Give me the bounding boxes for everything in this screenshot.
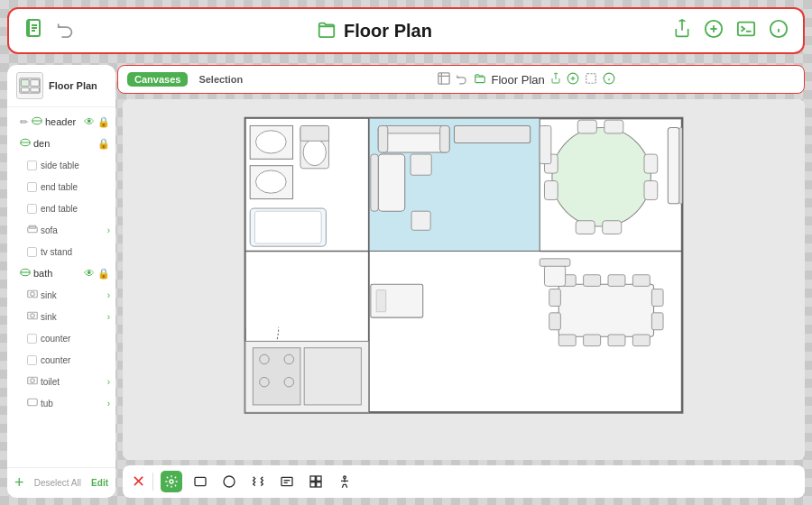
chevron-icon-toilet[interactable]: ›: [107, 377, 110, 387]
sec-grid-icon[interactable]: [438, 72, 450, 87]
chevron-icon-sofa[interactable]: ›: [107, 225, 110, 235]
layer-side-table[interactable]: side table: [7, 154, 115, 176]
undo-icon[interactable]: [56, 19, 76, 43]
svg-rect-27: [31, 79, 40, 86]
svg-rect-116: [310, 482, 315, 487]
svg-rect-87: [632, 335, 650, 346]
svg-rect-29: [31, 87, 40, 92]
svg-point-66: [303, 139, 326, 165]
edit-button[interactable]: Edit: [91, 478, 108, 488]
layer-tv-stand[interactable]: tv stand: [7, 241, 115, 262]
sec-undo-icon[interactable]: [456, 72, 468, 87]
svg-rect-79: [558, 284, 653, 336]
checkbox-end-table-2[interactable]: [27, 204, 37, 214]
svg-rect-99: [576, 221, 595, 234]
settings-tool-icon[interactable]: [161, 471, 182, 492]
layer-counter-2-label: counter: [41, 355, 70, 365]
svg-rect-94: [604, 120, 623, 133]
add-layer-button[interactable]: +: [14, 473, 24, 492]
sec-title: Floor Plan: [492, 73, 545, 87]
chevron-icon-sink-2[interactable]: ›: [107, 312, 110, 322]
shape-icon-sink-2: [27, 311, 38, 322]
layer-den-label: den: [33, 138, 50, 149]
pencil-icon: ✏: [20, 116, 28, 128]
layer-counter-1[interactable]: counter: [7, 327, 115, 349]
svg-rect-72: [378, 125, 388, 152]
svg-rect-84: [558, 335, 576, 346]
svg-rect-114: [310, 476, 315, 481]
svg-point-108: [170, 480, 173, 483]
sec-share-icon[interactable]: [550, 72, 561, 87]
group-icon-header: [32, 115, 42, 129]
share-icon[interactable]: [673, 19, 691, 43]
lock-icon-bath[interactable]: 🔒: [97, 268, 110, 280]
cancel-icon[interactable]: ✕: [132, 472, 145, 491]
svg-point-110: [224, 476, 235, 487]
svg-point-43: [31, 379, 35, 383]
grid-tool-icon[interactable]: [305, 471, 327, 492]
layer-counter-2[interactable]: counter: [7, 349, 115, 371]
panel-header: Floor Plan: [7, 65, 115, 107]
checkbox-side-table[interactable]: [27, 161, 37, 170]
text-tool-icon[interactable]: [276, 471, 298, 492]
svg-rect-102: [540, 259, 570, 266]
svg-point-118: [344, 476, 346, 479]
svg-rect-55: [253, 348, 300, 405]
checkbox-tv-stand[interactable]: [27, 247, 37, 257]
svg-rect-100: [603, 221, 622, 234]
top-toolbar: Floor Plan: [7, 7, 805, 54]
checkbox-counter-1[interactable]: [27, 334, 37, 344]
checkbox-counter-2[interactable]: [27, 355, 37, 365]
sec-info-icon[interactable]: [603, 72, 615, 87]
document-icon[interactable]: [23, 18, 45, 44]
canvas-content[interactable]: [123, 99, 805, 460]
tab-canvases[interactable]: Canvases: [127, 72, 188, 87]
checkbox-end-table-1[interactable]: [27, 182, 37, 192]
rectangle-tool-icon[interactable]: [189, 471, 211, 492]
group-icon-den: [20, 137, 31, 151]
lasso-tool-icon[interactable]: [247, 471, 269, 492]
layer-tub[interactable]: tub ›: [7, 392, 115, 414]
tab-selection[interactable]: Selection: [191, 72, 250, 87]
lock-icon-header[interactable]: 🔒: [97, 116, 110, 128]
sec-add-icon[interactable]: [567, 72, 579, 87]
canvas-thumbnail: [16, 72, 43, 99]
circle-tool-icon[interactable]: [218, 471, 240, 492]
layer-sink-1[interactable]: sink ›: [7, 284, 115, 306]
chevron-icon-sink-1[interactable]: ›: [107, 290, 110, 300]
layer-header[interactable]: ✏ header 👁 🔒: [7, 111, 115, 133]
accessibility-tool-icon[interactable]: [334, 471, 355, 492]
svg-rect-60: [304, 348, 361, 405]
shape-icon-sofa: [27, 225, 38, 235]
layer-end-table-2[interactable]: end table: [7, 197, 115, 219]
divider-1: [152, 473, 153, 491]
svg-rect-93: [577, 120, 596, 133]
layer-header-label: header: [45, 116, 76, 127]
deselect-all-button[interactable]: Deselect All: [34, 478, 81, 488]
svg-rect-111: [281, 477, 292, 485]
info-icon[interactable]: [769, 19, 789, 43]
sec-select-icon[interactable]: [585, 72, 597, 87]
svg-rect-101: [544, 265, 565, 286]
chevron-icon-tub[interactable]: ›: [107, 399, 110, 409]
layer-sink-2[interactable]: sink ›: [7, 306, 115, 327]
layer-sofa-label: sofa: [41, 225, 58, 235]
layer-tv-stand-label: tv stand: [41, 247, 72, 257]
eye-icon-bath[interactable]: 👁: [84, 267, 95, 280]
lock-icon-den[interactable]: 🔒: [97, 138, 110, 150]
layers-list: ✏ header 👁 🔒 den 🔒: [7, 107, 115, 467]
layer-sofa[interactable]: sofa ›: [7, 219, 115, 241]
layer-bath[interactable]: bath 👁 🔒: [7, 262, 115, 284]
main-title: Floor Plan: [344, 21, 432, 41]
layers-panel: Floor Plan ✏ header 👁 🔒 de: [7, 65, 115, 498]
terminal-icon[interactable]: [736, 19, 756, 43]
shape-icon-sink-1: [27, 289, 38, 300]
layer-den[interactable]: den 🔒: [7, 133, 115, 154]
svg-rect-85: [584, 335, 601, 346]
layer-end-table-1[interactable]: end table: [7, 176, 115, 197]
svg-rect-90: [651, 289, 663, 307]
eye-icon-header[interactable]: 👁: [84, 115, 95, 128]
svg-rect-117: [317, 482, 321, 487]
add-icon[interactable]: [704, 19, 724, 43]
layer-toilet[interactable]: toilet ›: [7, 371, 115, 392]
